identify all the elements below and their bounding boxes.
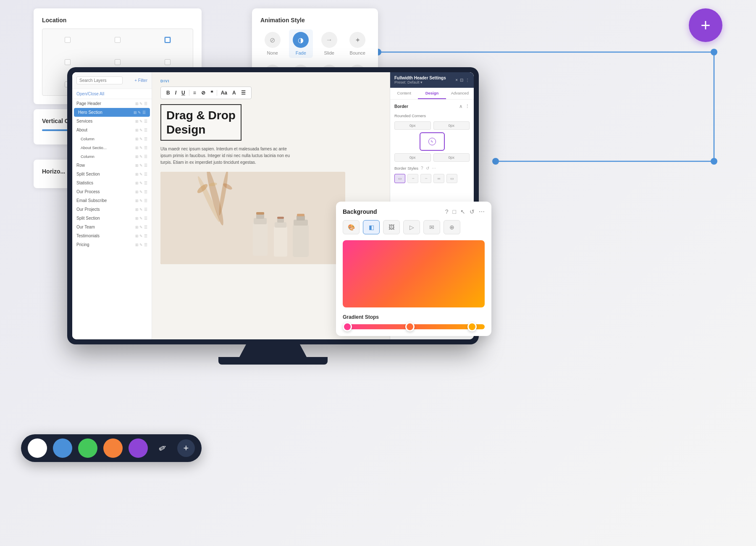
sidebar-item-statistics[interactable]: Statistics ⊞ ✎ ☰: [72, 178, 152, 187]
gradient-stop-1[interactable]: [405, 322, 415, 331]
sidebar-item-hero-section[interactable]: Hero Section ⊞ ✎ ☰: [74, 108, 150, 117]
section-menu-icon[interactable]: ⋮: [465, 104, 470, 109]
sidebar-item-column-2[interactable]: Column ⊞ ✎ ☰: [72, 152, 152, 161]
bg-type-gradient[interactable]: 🖼: [383, 220, 400, 234]
sidebar-item-split-section-2[interactable]: Split Section ⊞ ✎ ☰: [72, 214, 152, 223]
align-button[interactable]: ≡: [192, 89, 197, 96]
sidebar-item-icons: ⊞ ✎ ☰: [135, 234, 147, 238]
color-blue[interactable]: [53, 438, 72, 458]
more-icon[interactable]: ⋯: [432, 166, 436, 171]
gradient-stop-0[interactable]: [343, 322, 352, 331]
color-green[interactable]: [78, 438, 97, 458]
sidebar-item-label: Our Team: [76, 225, 95, 229]
gradient-stop-2[interactable]: [467, 322, 477, 331]
sidebar-item-about[interactable]: About ⊞ ✎ ☰: [72, 126, 152, 134]
sidebar-item-email-subscribe[interactable]: Email Subscribe ⊞ ✎ ☰: [72, 196, 152, 205]
filter-button[interactable]: + Filter: [134, 78, 147, 83]
help-icon[interactable]: ?: [421, 166, 423, 171]
fade-icon: ◑: [293, 32, 309, 48]
sidebar-item-our-process[interactable]: Our Process ⊞ ✎ ☰: [72, 187, 152, 196]
corner-edit-icon[interactable]: ✎: [428, 138, 436, 145]
corner-bl[interactable]: 0px: [394, 153, 431, 162]
bg-type-video[interactable]: ▷: [403, 220, 420, 234]
underline-button[interactable]: U: [180, 89, 186, 96]
plus-icon: +: [701, 17, 710, 34]
sidebar-item-column-1[interactable]: Column ⊞ ✎ ☰: [72, 134, 152, 143]
location-cell-0[interactable]: [42, 29, 92, 51]
bg-type-color[interactable]: 🎨: [343, 220, 360, 234]
gradient-slider[interactable]: [343, 324, 485, 329]
border-styles-section: Border Styles ? ↺ ⋯ ▭ ╌ ┄ ═ ▭: [394, 166, 470, 183]
bg-type-mask[interactable]: ⊕: [444, 220, 460, 234]
color-purple[interactable]: [129, 438, 148, 458]
sidebar-item-row[interactable]: Row ⊞ ✎ ☰: [72, 161, 152, 170]
border-style-dotted[interactable]: ┄: [420, 174, 431, 183]
bg-type-pattern[interactable]: ✉: [423, 220, 440, 234]
color-white[interactable]: [28, 438, 47, 458]
gradient-stops-label: Gradient Stops: [343, 314, 485, 320]
location-dot-3: [65, 59, 71, 65]
sidebar-item-page-header[interactable]: Page Header ⊞ ✎ ☰: [72, 99, 152, 108]
corner-tr[interactable]: 0px: [433, 121, 470, 130]
tab-advanced[interactable]: Advanced: [446, 88, 474, 99]
settings-preset[interactable]: Preset: Default ▾: [394, 80, 446, 84]
add-color-button[interactable]: +: [177, 439, 195, 457]
content-heading[interactable]: Drag & DropDesign: [160, 104, 242, 141]
corner-tl[interactable]: 0px: [394, 121, 431, 130]
anim-none-label: None: [267, 50, 278, 55]
close-icon[interactable]: ×: [455, 78, 458, 82]
sidebar-item-about-section[interactable]: About Sectio... ⊞ ✎ ☰: [72, 143, 152, 152]
search-input[interactable]: [76, 76, 123, 84]
anim-slide[interactable]: → Slide: [317, 29, 341, 58]
bold-button[interactable]: B: [165, 89, 171, 96]
font-button[interactable]: Aa: [220, 89, 228, 96]
reset-icon[interactable]: ↺: [426, 166, 429, 171]
add-button[interactable]: +: [689, 8, 722, 42]
bg-type-image[interactable]: ◧: [363, 220, 380, 234]
border-style-dashed[interactable]: ╌: [407, 174, 418, 183]
more-icon[interactable]: ⋯: [479, 208, 485, 215]
sidebar-item-icons: ⊞ ✎ ☰: [135, 102, 147, 106]
sidebar-item-split-section-1[interactable]: Split Section ⊞ ✎ ☰: [72, 170, 152, 178]
location-cell-1[interactable]: [92, 29, 142, 51]
clear-button[interactable]: ⊘: [200, 89, 207, 96]
quote-button[interactable]: ❝: [209, 89, 214, 96]
sidebar-item-label: Column: [81, 136, 94, 141]
tab-design[interactable]: Design: [418, 88, 446, 99]
sidebar-item-our-team[interactable]: Our Team ⊞ ✎ ☰: [72, 223, 152, 231]
device-icon[interactable]: □: [453, 208, 456, 215]
border-style-solid[interactable]: ▭: [394, 174, 405, 183]
location-cell-2[interactable]: [143, 29, 193, 51]
anim-bounce[interactable]: ✦ Bounce: [346, 29, 370, 58]
color-orange[interactable]: [103, 438, 123, 458]
tab-content[interactable]: Content: [390, 88, 418, 99]
help-icon[interactable]: ?: [445, 208, 449, 215]
location-dot-1: [115, 37, 121, 43]
toolbar-separator: [189, 90, 189, 96]
border-style-groove[interactable]: ▭: [446, 174, 457, 183]
list-button[interactable]: ☰: [240, 89, 247, 96]
expand-icon[interactable]: ⊡: [460, 78, 463, 82]
corner-br[interactable]: 0px: [433, 153, 470, 162]
color-button[interactable]: A: [231, 89, 237, 96]
collapse-icon[interactable]: ∧: [459, 104, 462, 109]
anim-slide-label: Slide: [324, 50, 334, 55]
sidebar-item-icons: ⊞ ✎ ☰: [135, 190, 147, 194]
eyedropper-icon[interactable]: ✏: [150, 436, 174, 460]
pointer-icon[interactable]: ↖: [460, 208, 465, 215]
sidebar-item-services[interactable]: Services ⊞ ✎ ☰: [72, 117, 152, 126]
anim-none[interactable]: ⊘ None: [260, 29, 285, 58]
sidebar-item-our-projects[interactable]: Our Projects ⊞ ✎ ☰: [72, 205, 152, 214]
anim-fade[interactable]: ◑ Fade: [289, 29, 313, 58]
product-image-svg: [160, 172, 345, 264]
reset-icon[interactable]: ↺: [470, 208, 475, 215]
sidebar-item-pricing[interactable]: Pricing ⊞ ✎ ☰: [72, 240, 152, 249]
border-styles-row: ▭ ╌ ┄ ═ ▭: [394, 174, 470, 183]
italic-button[interactable]: I: [174, 89, 178, 96]
open-close-all[interactable]: Open/Close All: [72, 89, 152, 99]
sidebar-item-icons-active: ⊞ ✎ ☰: [134, 110, 146, 115]
menu-icon[interactable]: ⋮: [465, 78, 470, 82]
sidebar-item-icons: ⊞ ✎ ☰: [135, 146, 147, 150]
border-style-double[interactable]: ═: [433, 174, 444, 183]
sidebar-item-testimonials[interactable]: Testimonials ⊞ ✎ ☰: [72, 231, 152, 240]
